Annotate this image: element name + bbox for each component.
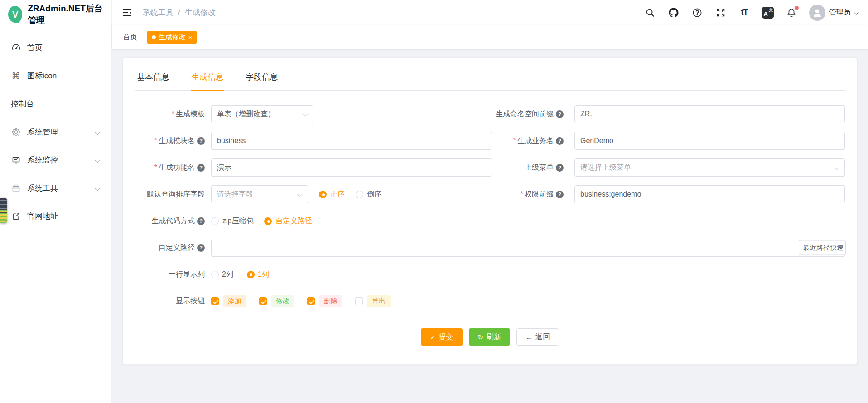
radio-sort-desc[interactable]: 倒序: [356, 190, 381, 199]
gen-template-select[interactable]: 单表（增删改查）: [211, 105, 313, 123]
chevron-down-icon: [95, 157, 101, 163]
sort-field-select[interactable]: 请选择字段: [211, 185, 308, 203]
radio-sort-asc[interactable]: 正序: [319, 190, 345, 199]
tab-basic-info[interactable]: 基本信息: [137, 68, 169, 90]
radio-label: 自定义路径: [275, 216, 312, 226]
check-icon: ✓: [430, 333, 436, 341]
checkbox-show-edit[interactable]: 修改: [259, 295, 294, 307]
parent-menu-select[interactable]: 请选择上级菜单: [574, 158, 845, 177]
radio-custom-path[interactable]: 自定义路径: [264, 216, 312, 226]
tab-field-info[interactable]: 字段信息: [246, 68, 278, 90]
sidebar-item-home[interactable]: 首页: [0, 34, 111, 62]
help-icon[interactable]: ?: [556, 164, 564, 172]
sidebar-item-console[interactable]: 控制台: [0, 90, 111, 118]
radio-two-columns[interactable]: 2列: [211, 270, 233, 279]
radio-zip-package[interactable]: zip压缩包: [211, 216, 253, 226]
sidebar-item-label: 系统监控: [27, 155, 58, 165]
arrow-left-icon: ←: [526, 333, 532, 341]
checkbox-icon: [307, 297, 315, 305]
sidebar-item-label: 系统管理: [27, 127, 58, 137]
radio-label: zip压缩包: [222, 216, 253, 226]
button-label: 刷新: [487, 332, 501, 342]
app-logo[interactable]: V ZRAdmin.NET后台管理: [0, 0, 111, 29]
navbar-actions: tT A文 管理员: [644, 5, 859, 21]
sidebar-item-label: 控制台: [11, 99, 34, 109]
submit-button[interactable]: ✓提交: [421, 328, 463, 346]
github-icon[interactable]: [668, 7, 680, 19]
refresh-icon: ↻: [478, 333, 484, 341]
select-value: 单表（增删改查）: [217, 110, 275, 119]
recent-path-quick-button[interactable]: 最近路径快速: [799, 240, 846, 255]
user-menu[interactable]: 管理员: [809, 5, 859, 21]
form-row: 显示按钮 添加 修改 删除 导出: [135, 292, 845, 310]
help-icon[interactable]: ?: [197, 217, 205, 225]
checkbox-show-export[interactable]: 导出: [355, 295, 391, 307]
form-row: 生成代码方式? zip压缩包 自定义路径: [135, 212, 845, 230]
help-icon[interactable]: [691, 7, 703, 19]
form-row: 默认查询排序字段 请选择字段 正序 倒序 权限前缀?: [135, 185, 845, 203]
help-icon[interactable]: ?: [556, 191, 564, 198]
radio-icon: [211, 217, 219, 225]
breadcrumb-item[interactable]: 系统工具: [143, 7, 174, 18]
radio-icon: [264, 217, 272, 225]
breadcrumb: 系统工具 / 生成修改: [143, 7, 216, 18]
sidebar-item-icons[interactable]: ⌘ 图标icon: [0, 62, 111, 90]
radio-label: 1列: [258, 270, 269, 279]
help-icon[interactable]: ?: [197, 137, 205, 145]
sidebar-menu: 首页 ⌘ 图标icon 控制台 系统管理 系统监控: [0, 29, 111, 230]
perm-prefix-input[interactable]: [574, 185, 845, 203]
bell-icon[interactable]: [786, 7, 797, 19]
checkbox-tag: 修改: [271, 295, 294, 307]
sidebar-item-system-tools[interactable]: 系统工具: [0, 174, 111, 202]
custom-path-input[interactable]: [211, 239, 845, 257]
help-icon[interactable]: ?: [556, 110, 564, 118]
language-icon[interactable]: A文: [762, 7, 774, 19]
language-glyph: A: [763, 10, 768, 18]
module-name-input[interactable]: [211, 132, 492, 150]
active-dot-icon: [152, 35, 156, 39]
app-title: ZRAdmin.NET后台管理: [28, 3, 103, 26]
checkbox-tag: 导出: [367, 295, 391, 307]
drawer-stripes-top: [0, 198, 7, 210]
app-root: V ZRAdmin.NET后台管理 首页 ⌘ 图标icon 控制台 系统管: [0, 0, 868, 403]
theme-drawer-handle[interactable]: [0, 198, 7, 223]
help-icon[interactable]: ?: [197, 164, 205, 172]
refresh-button[interactable]: ↻刷新: [469, 328, 511, 346]
checkbox-icon: [259, 297, 267, 305]
checkbox-show-add[interactable]: 添加: [211, 295, 246, 307]
select-placeholder: 请选择上级菜单: [580, 163, 631, 173]
radio-one-column[interactable]: 1列: [247, 270, 269, 279]
form-row: 生成模板 单表（增删改查） 生成命名空间前缀?: [135, 105, 845, 123]
tag-active-gen-edit[interactable]: 生成修改 ×: [147, 31, 197, 44]
business-name-input[interactable]: [574, 132, 845, 150]
sidebar-item-system-manage[interactable]: 系统管理: [0, 118, 111, 146]
back-button[interactable]: ←返回: [516, 328, 559, 346]
fullscreen-icon[interactable]: [715, 7, 727, 19]
field-label: 权限前缀: [521, 190, 554, 199]
tab-gen-info[interactable]: 生成信息: [191, 68, 224, 90]
font-size-icon[interactable]: tT: [738, 7, 750, 19]
help-icon[interactable]: ?: [556, 137, 564, 145]
drawer-stripes-bottom: [0, 210, 7, 223]
tag-home[interactable]: 首页: [123, 33, 137, 42]
chevron-down-icon: [854, 10, 859, 15]
function-name-input[interactable]: [211, 158, 492, 177]
avatar: [809, 5, 825, 21]
sidebar-item-official-site[interactable]: 官网地址: [0, 202, 111, 230]
sidebar-item-system-monitor[interactable]: 系统监控: [0, 146, 111, 174]
search-icon[interactable]: [644, 7, 656, 19]
checkbox-show-delete[interactable]: 删除: [307, 295, 342, 307]
breadcrumb-separator: /: [178, 8, 180, 17]
main-area: 系统工具 / 生成修改 tT A文: [112, 0, 868, 403]
field-label: 一行显示列: [169, 270, 205, 279]
checkbox-tag: 删除: [319, 295, 342, 307]
help-icon[interactable]: ?: [197, 244, 205, 252]
menu-fold-icon[interactable]: [122, 7, 133, 18]
checkbox-tag: 添加: [223, 295, 246, 307]
close-icon[interactable]: ×: [188, 34, 192, 41]
field-label: 生成代码方式: [151, 216, 195, 226]
card-tabs: 基本信息 生成信息 字段信息: [135, 68, 845, 91]
tag-label: 生成修改: [159, 33, 186, 42]
namespace-prefix-input[interactable]: [574, 105, 845, 123]
gear-icon: [11, 127, 21, 137]
